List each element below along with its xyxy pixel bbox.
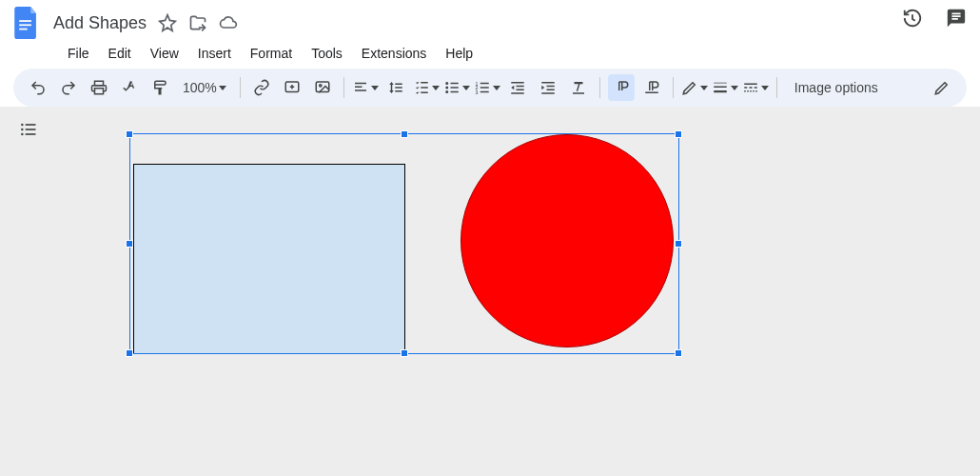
svg-rect-17 — [450, 83, 458, 85]
menu-edit[interactable]: Edit — [102, 42, 138, 65]
move-to-icon[interactable] — [188, 13, 207, 32]
svg-rect-42 — [744, 90, 746, 92]
svg-rect-24 — [480, 87, 489, 89]
menu-file[interactable]: File — [61, 42, 96, 65]
svg-rect-25 — [480, 91, 489, 93]
resize-handle-mr[interactable] — [675, 240, 682, 248]
comment-icon[interactable] — [946, 8, 967, 32]
svg-rect-46 — [755, 90, 757, 92]
menu-view[interactable]: View — [144, 42, 186, 65]
increase-indent-button[interactable] — [535, 74, 561, 101]
chevron-down-icon — [493, 86, 500, 90]
chevron-down-icon — [462, 86, 470, 90]
svg-rect-2 — [19, 29, 27, 30]
svg-rect-8 — [355, 83, 366, 85]
svg-rect-10 — [355, 89, 366, 91]
svg-point-7 — [319, 85, 321, 87]
numbered-list-button[interactable]: 123 — [474, 74, 500, 101]
docs-logo[interactable] — [10, 6, 44, 40]
svg-rect-30 — [541, 82, 555, 84]
svg-point-14 — [445, 82, 448, 85]
svg-rect-45 — [753, 90, 755, 92]
svg-rect-28 — [516, 89, 523, 91]
spellcheck-button[interactable] — [116, 74, 143, 101]
border-weight-button[interactable] — [712, 74, 738, 101]
svg-rect-40 — [749, 87, 752, 89]
resize-handle-tm[interactable] — [401, 130, 408, 138]
svg-rect-0 — [19, 20, 31, 22]
editing-mode-button[interactable] — [929, 74, 955, 101]
redo-button[interactable] — [55, 74, 82, 101]
chevron-down-icon — [432, 86, 440, 90]
zoom-control[interactable]: 100% — [177, 80, 232, 95]
svg-rect-38 — [744, 84, 757, 86]
star-icon[interactable] — [158, 13, 177, 32]
wrap-inline-button[interactable] — [608, 74, 635, 101]
chevron-down-icon — [761, 86, 769, 90]
svg-rect-50 — [26, 124, 36, 126]
svg-rect-35 — [714, 83, 727, 84]
svg-rect-31 — [546, 86, 554, 88]
svg-rect-18 — [450, 87, 458, 89]
menu-insert[interactable]: Insert — [191, 42, 238, 65]
clear-formatting-button[interactable] — [565, 74, 592, 101]
bulleted-list-button[interactable] — [443, 74, 470, 101]
paint-format-button[interactable] — [147, 74, 173, 101]
svg-rect-36 — [714, 87, 727, 89]
svg-point-47 — [21, 124, 24, 127]
image-options-button[interactable]: Image options — [785, 80, 888, 95]
border-color-button[interactable] — [681, 74, 708, 101]
menu-help[interactable]: Help — [439, 42, 480, 65]
outline-toggle[interactable] — [19, 120, 38, 143]
menu-bar: File Edit View Insert Format Tools Exten… — [0, 40, 980, 69]
menu-tools[interactable]: Tools — [304, 42, 349, 65]
svg-point-16 — [445, 90, 448, 93]
svg-rect-33 — [541, 92, 555, 94]
zoom-value: 100% — [183, 80, 217, 95]
print-button[interactable] — [86, 74, 112, 101]
resize-handle-bl[interactable] — [126, 349, 133, 357]
border-dash-button[interactable] — [742, 74, 769, 101]
cloud-status-icon[interactable] — [219, 13, 238, 32]
resize-handle-tl[interactable] — [126, 130, 133, 138]
doc-title[interactable]: Add Shapes — [53, 13, 147, 33]
add-comment-button[interactable] — [279, 74, 305, 101]
svg-rect-23 — [480, 83, 489, 85]
selection-outline — [129, 133, 679, 354]
svg-rect-34 — [645, 92, 658, 94]
svg-rect-37 — [714, 90, 727, 92]
svg-rect-39 — [744, 87, 747, 89]
decrease-indent-button[interactable] — [504, 74, 531, 101]
svg-rect-1 — [19, 24, 31, 26]
menu-format[interactable]: Format — [244, 42, 299, 65]
svg-point-15 — [445, 87, 448, 89]
chevron-down-icon — [700, 86, 708, 90]
chevron-down-icon — [731, 86, 738, 90]
svg-rect-44 — [750, 90, 752, 92]
svg-rect-12 — [421, 87, 428, 89]
svg-rect-27 — [516, 86, 523, 88]
svg-point-49 — [21, 133, 24, 136]
menu-extensions[interactable]: Extensions — [355, 42, 433, 65]
resize-handle-bm[interactable] — [401, 349, 408, 357]
insert-link-button[interactable] — [248, 74, 275, 101]
undo-button[interactable] — [25, 74, 51, 101]
resize-handle-tr[interactable] — [675, 130, 682, 138]
svg-rect-4 — [95, 89, 104, 94]
line-spacing-button[interactable] — [382, 74, 409, 101]
svg-rect-11 — [421, 82, 428, 84]
toolbar: 100% 123 Image options — [13, 69, 967, 107]
svg-rect-29 — [511, 92, 524, 94]
resize-handle-br[interactable] — [675, 349, 682, 357]
svg-rect-13 — [421, 92, 428, 94]
resize-handle-ml[interactable] — [126, 240, 133, 248]
history-icon[interactable] — [902, 8, 923, 32]
wrap-break-button[interactable] — [638, 74, 665, 101]
align-button[interactable] — [352, 74, 379, 101]
insert-image-button[interactable] — [309, 74, 336, 101]
document-area[interactable]: Edit — [0, 107, 980, 476]
svg-rect-51 — [26, 129, 36, 130]
svg-rect-32 — [546, 89, 554, 91]
drawing-canvas[interactable] — [129, 133, 681, 366]
checklist-button[interactable] — [413, 74, 440, 101]
